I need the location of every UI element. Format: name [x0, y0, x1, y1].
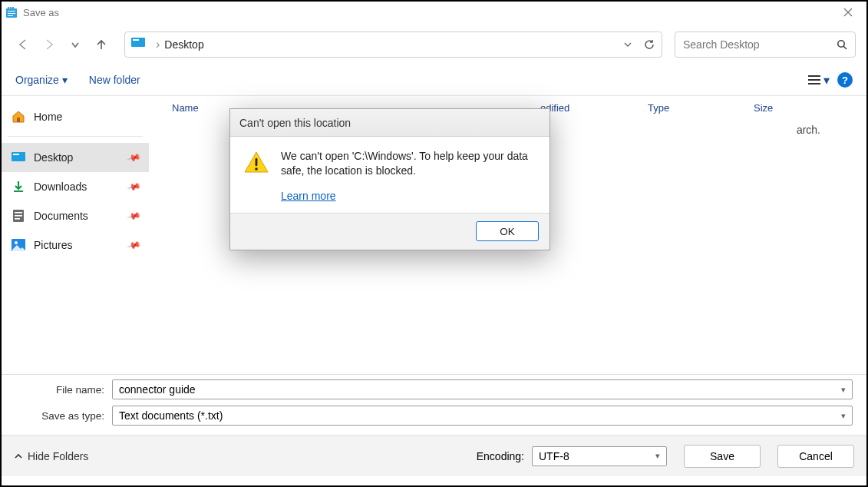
- sidebar-item-home[interactable]: Home: [2, 102, 149, 131]
- warning-icon: [243, 149, 270, 177]
- refresh-button[interactable]: [643, 38, 655, 51]
- save-form: File name: connector guide ▾ Save as typ…: [2, 374, 866, 476]
- sidebar-item-label: Desktop: [34, 151, 73, 164]
- help-button[interactable]: ?: [837, 72, 853, 88]
- savetype-dropdown[interactable]: Text documents (*.txt) ▾: [112, 406, 853, 426]
- svg-point-24: [255, 167, 258, 171]
- sidebar-separator: [8, 136, 143, 137]
- savetype-label: Save as type:: [15, 410, 112, 422]
- address-bar[interactable]: › Desktop: [124, 31, 662, 58]
- caret-down-icon: ▾: [823, 73, 830, 88]
- pictures-icon: [11, 237, 26, 253]
- address-dropdown-button[interactable]: [623, 40, 632, 49]
- hide-folders-button[interactable]: Hide Folders: [14, 450, 88, 462]
- chevron-down-icon: ▾: [841, 411, 846, 421]
- dialog-footer: Hide Folders Encoding: UTF-8 ▾ Save Canc…: [2, 435, 866, 476]
- organize-label: Organize: [15, 74, 59, 86]
- navigation-row: › Desktop: [2, 23, 866, 66]
- chevron-right-icon: ›: [156, 38, 160, 51]
- notepad-icon: [5, 5, 18, 19]
- new-folder-button[interactable]: New folder: [89, 74, 140, 86]
- documents-icon: [11, 208, 26, 224]
- encoding-value: UTF-8: [539, 450, 569, 462]
- search-input[interactable]: [683, 38, 837, 51]
- title-bar: Save as: [2, 2, 866, 23]
- pin-icon: 📌: [127, 208, 142, 224]
- svg-rect-12: [808, 83, 820, 84]
- svg-rect-10: [808, 75, 820, 77]
- svg-rect-18: [15, 212, 22, 214]
- save-button[interactable]: Save: [684, 445, 761, 468]
- ok-button[interactable]: OK: [476, 221, 539, 241]
- error-message: We can't open 'C:\Windows'. To help keep…: [281, 150, 528, 177]
- svg-point-9: [838, 41, 844, 47]
- svg-rect-11: [808, 79, 820, 81]
- svg-rect-20: [15, 218, 20, 220]
- close-button[interactable]: [833, 2, 863, 23]
- encoding-label: Encoding:: [477, 450, 524, 462]
- search-icon: [837, 39, 847, 50]
- breadcrumb-location[interactable]: Desktop: [164, 38, 203, 51]
- savetype-value: Text documents (*.txt): [119, 409, 223, 422]
- desktop-icon: [11, 150, 26, 165]
- filename-input[interactable]: connector guide ▾: [112, 379, 853, 399]
- pin-icon: 📌: [127, 150, 142, 165]
- cancel-button[interactable]: Cancel: [777, 445, 854, 468]
- sidebar-item-desktop[interactable]: Desktop 📌: [2, 143, 149, 172]
- error-dialog-title: Can't open this location: [230, 109, 550, 137]
- navigation-pane: Home Desktop 📌 Downloads 📌 Documents 📌 P…: [2, 96, 149, 374]
- svg-rect-23: [256, 158, 258, 166]
- sidebar-item-label: Downloads: [34, 181, 87, 193]
- svg-rect-8: [133, 39, 139, 41]
- svg-rect-13: [17, 118, 20, 122]
- view-options-button[interactable]: ▾: [808, 73, 830, 88]
- hide-folders-label: Hide Folders: [28, 450, 88, 462]
- sidebar-item-label: Documents: [34, 210, 88, 222]
- sidebar-item-documents[interactable]: Documents 📌: [2, 201, 149, 230]
- chevron-down-icon: ▾: [655, 451, 660, 461]
- chevron-up-icon: [14, 452, 23, 461]
- column-size[interactable]: Size: [746, 102, 823, 114]
- search-box[interactable]: [675, 31, 856, 58]
- sidebar-item-label: Pictures: [34, 239, 73, 251]
- error-dialog: Can't open this location We can't open '…: [229, 108, 550, 250]
- column-type[interactable]: Type: [640, 102, 746, 114]
- filename-label: File name:: [15, 384, 112, 396]
- forward-button[interactable]: [38, 34, 60, 55]
- svg-point-22: [15, 241, 18, 244]
- svg-rect-5: [8, 13, 15, 14]
- svg-rect-2: [10, 7, 12, 10]
- home-icon: [11, 109, 26, 124]
- command-bar: Organize ▾ New folder ▾ ?: [2, 66, 866, 94]
- downloads-icon: [11, 179, 26, 194]
- svg-rect-14: [12, 152, 25, 161]
- svg-rect-4: [8, 11, 15, 12]
- svg-rect-6: [8, 15, 13, 16]
- svg-rect-16: [14, 190, 23, 192]
- monitor-icon: [131, 38, 145, 51]
- learn-more-link[interactable]: Learn more: [281, 189, 537, 204]
- up-button[interactable]: [91, 34, 112, 55]
- filename-value: connector guide: [119, 383, 196, 396]
- encoding-dropdown[interactable]: UTF-8 ▾: [532, 446, 667, 466]
- svg-rect-3: [12, 7, 14, 10]
- sidebar-item-label: Home: [34, 111, 62, 123]
- sidebar-item-downloads[interactable]: Downloads 📌: [2, 172, 149, 201]
- organize-menu[interactable]: Organize ▾: [15, 74, 68, 86]
- recent-dropdown-button[interactable]: [64, 34, 86, 55]
- pin-icon: 📌: [127, 179, 142, 194]
- svg-rect-1: [8, 7, 9, 10]
- back-button[interactable]: [12, 34, 34, 55]
- svg-rect-19: [15, 215, 22, 217]
- chevron-down-icon: ▾: [841, 385, 846, 395]
- svg-rect-7: [131, 38, 145, 47]
- caret-down-icon: ▾: [62, 74, 68, 86]
- window-title: Save as: [23, 7, 59, 18]
- pin-icon: 📌: [127, 237, 142, 253]
- svg-rect-15: [13, 154, 19, 155]
- sidebar-item-pictures[interactable]: Pictures 📌: [2, 230, 149, 260]
